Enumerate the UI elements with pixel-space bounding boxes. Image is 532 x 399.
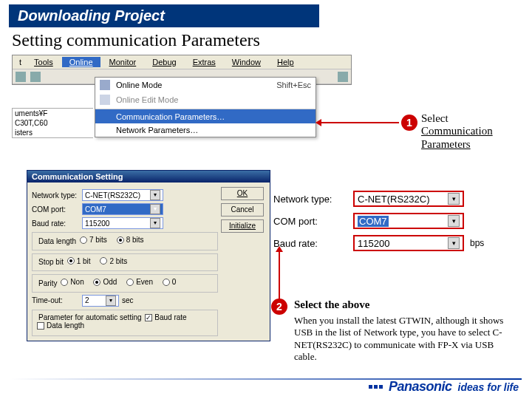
online-mode-icon: [100, 80, 110, 90]
menu-debug: Debug: [149, 57, 180, 67]
combo-value: C-NET(RS232C): [358, 194, 430, 205]
combo-value: 115200: [85, 219, 109, 228]
footer: Panasonic ideas for life: [369, 379, 519, 395]
radio-label: 0: [172, 278, 177, 286]
step-badge-1: 1: [401, 115, 417, 131]
radio-label: 8 bits: [126, 236, 144, 244]
menu-item[interactable]: Tools: [27, 57, 61, 67]
menu-label: Online Mode: [116, 81, 162, 89]
menu-item[interactable]: Extras: [185, 57, 223, 67]
menu-item[interactable]: Window: [225, 57, 268, 67]
group-parity: Parity Non Odd Even 0: [32, 274, 218, 293]
chevron-down-icon: ▾: [150, 204, 160, 214]
chevron-down-icon: ▾: [150, 190, 160, 200]
check-auto-datalength[interactable]: Data length: [37, 321, 84, 330]
detail-baud-rate-combo[interactable]: 115200▾: [353, 235, 464, 251]
radio-label: 2 bits: [109, 257, 127, 265]
menu-shortcut: Shift+Esc: [276, 81, 311, 89]
tree-line: C30T,C60: [13, 118, 93, 128]
chevron-down-icon: ▾: [106, 296, 116, 306]
arrow-to-comm-params: [318, 122, 399, 123]
menu-item[interactable]: Monitor: [102, 57, 144, 67]
combo-value: COM7: [85, 205, 106, 214]
dialog-buttons: OK Cancel Initialize: [221, 187, 265, 336]
footer-dots-icon: [369, 385, 383, 389]
menu-label: Network Parameters…: [116, 126, 198, 134]
menu-label: Online Edit Mode: [116, 95, 178, 104]
toolbar-icon[interactable]: [30, 72, 41, 82]
cancel-button[interactable]: Cancel: [221, 203, 264, 216]
radio-label: Non: [70, 278, 83, 286]
unit-bps: bps: [470, 238, 484, 248]
radio-7bits[interactable]: 7 bits: [80, 236, 107, 244]
menu-item[interactable]: Help: [270, 57, 301, 67]
menu-tools[interactable]: Tools: [30, 57, 57, 67]
menu-monitor: Monitor: [106, 57, 140, 67]
radio-parity-odd[interactable]: Odd: [93, 278, 117, 286]
online-edit-icon: [100, 95, 110, 105]
brand-tagline: ideas for life: [458, 381, 519, 393]
step-badge-2: 2: [271, 299, 287, 315]
callout-1: Select Communication Parameters: [421, 112, 493, 151]
brand-logo: Panasonic: [389, 379, 452, 395]
radio-label: 1 bit: [77, 257, 91, 265]
button-label: Initialize: [229, 222, 256, 230]
radio-8bits[interactable]: 8 bits: [117, 236, 144, 244]
footnote: When you install the latest GTWIN, altho…: [294, 315, 516, 363]
group-title: Stop bit: [37, 258, 65, 266]
online-menu-dropdown: Online Mode Shift+Esc Online Edit Mode C…: [95, 77, 316, 137]
dialog-title: Communication Setting: [27, 171, 270, 183]
menu-online-edit: Online Edit Mode: [95, 92, 316, 107]
menu-comm-params[interactable]: Communication Parameters…: [95, 109, 316, 123]
menu-online-label: Online: [66, 57, 97, 67]
toolbar-icon[interactable]: [338, 72, 348, 82]
slide-title: Downloading Project: [9, 4, 319, 27]
radio-2bits[interactable]: 2 bits: [100, 257, 127, 265]
radio-1bit[interactable]: 1 bit: [67, 257, 91, 265]
menu-item[interactable]: t: [16, 57, 25, 67]
group-title: Parity: [37, 279, 59, 287]
chevron-down-icon: ▾: [448, 237, 460, 249]
label-baud-rate: Baud rate:: [32, 219, 79, 228]
group-auto: Parameter for automatic setting ✓Baud ra…: [32, 310, 218, 336]
com-port-combo[interactable]: COM7▾: [82, 203, 163, 215]
detail-fields: Network type: C-NET(RS232C)▾ COM port: C…: [273, 185, 510, 257]
timeout-combo[interactable]: 2▾: [82, 295, 119, 307]
menu-online-mode[interactable]: Online Mode Shift+Esc: [95, 78, 316, 92]
baud-rate-combo[interactable]: 115200▾: [82, 217, 163, 229]
menu-window: Window: [228, 57, 265, 67]
button-label: OK: [237, 189, 248, 197]
detail-label-baud-rate: Baud rate:: [273, 238, 347, 249]
radio-parity-non[interactable]: Non: [61, 278, 83, 286]
combo-value: C-NET(RS232C): [85, 191, 140, 200]
callout-1-link1: Communication: [421, 125, 493, 137]
detail-label-com-port: COM port:: [273, 216, 347, 227]
ok-button[interactable]: OK: [221, 187, 264, 200]
label-com-port: COM port:: [32, 205, 79, 214]
check-auto-baud[interactable]: ✓Baud rate: [145, 313, 186, 321]
detail-network-type-combo[interactable]: C-NET(RS232C)▾: [353, 191, 464, 207]
menubar: t Tools Online Monitor Debug Extras Wind…: [13, 55, 351, 69]
menu-item[interactable]: Debug: [145, 57, 183, 67]
initialize-button[interactable]: Initialize: [221, 219, 264, 233]
network-type-combo[interactable]: C-NET(RS232C)▾: [82, 189, 163, 201]
group-title: Data length: [37, 237, 78, 245]
chevron-down-icon: ▾: [150, 218, 160, 228]
print-icon[interactable]: [16, 72, 26, 82]
radio-parity-even[interactable]: Even: [126, 278, 153, 286]
callout-2: Select the above: [294, 299, 369, 311]
radio-label: 7 bits: [89, 236, 107, 244]
combo-value: 2: [85, 296, 89, 304]
comm-setting-dialog: Communication Setting Network type: C-NE…: [27, 170, 270, 341]
tree-line: isters: [13, 128, 93, 137]
check-label: Data length: [47, 321, 84, 330]
menu-network-params[interactable]: Network Parameters…: [95, 123, 316, 137]
unit-label: sec: [122, 296, 134, 304]
callout-1-link2: Parameters: [421, 138, 471, 150]
detail-com-port-combo[interactable]: COM7▾: [353, 213, 464, 229]
detail-label-network-type: Network type:: [273, 194, 347, 205]
menu-online[interactable]: Online: [62, 57, 100, 67]
label-network-type: Network type:: [32, 191, 79, 200]
radio-parity-0[interactable]: 0: [163, 278, 177, 286]
group-stop-bit: Stop bit 1 bit 2 bits: [32, 253, 218, 272]
